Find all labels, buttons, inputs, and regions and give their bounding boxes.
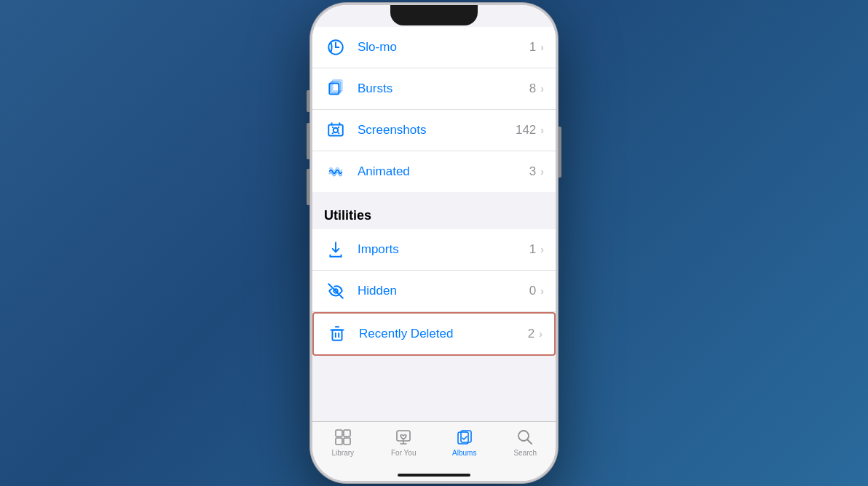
screen-content: Slo-mo 1 ›	[312, 5, 556, 481]
screenshots-count: 142	[516, 123, 536, 138]
screenshots-item[interactable]: Screenshots 142 ›	[312, 110, 556, 151]
imports-label: Imports	[358, 242, 529, 257]
library-tab-label: Library	[331, 449, 354, 457]
slo-mo-label: Slo-mo	[358, 40, 529, 55]
albums-tab-label: Albums	[452, 449, 476, 457]
library-tab-icon	[334, 428, 352, 447]
animated-label: Animated	[358, 164, 529, 179]
volume-down-button	[307, 169, 309, 205]
trash-icon	[326, 322, 349, 346]
svg-rect-4	[328, 124, 343, 135]
svg-rect-9	[344, 430, 350, 437]
imports-chevron: ›	[540, 244, 544, 255]
hidden-count: 0	[529, 284, 536, 298]
animated-chevron: ›	[540, 166, 544, 178]
power-button	[559, 127, 561, 178]
animated-count: 3	[529, 164, 536, 179]
search-tab-label: Search	[513, 449, 537, 457]
svg-rect-7	[333, 330, 342, 340]
bursts-label: Bursts	[358, 81, 529, 96]
mute-button	[307, 90, 309, 112]
svg-rect-11	[344, 438, 350, 445]
tab-albums[interactable]: Albums	[434, 428, 495, 457]
tab-bar: Library For You	[312, 421, 556, 481]
bursts-count: 8	[529, 81, 536, 96]
animated-icon	[324, 160, 347, 183]
utilities-group: Imports 1 ›	[312, 229, 556, 356]
notch	[390, 5, 478, 25]
screenshots-icon	[324, 119, 347, 142]
slo-mo-icon	[324, 36, 347, 59]
phone-device: Slo-mo 1 ›	[310, 3, 558, 483]
imports-item[interactable]: Imports 1 ›	[312, 229, 556, 271]
svg-point-5	[334, 128, 339, 133]
hidden-icon	[324, 279, 347, 303]
recently-deleted-chevron: ›	[539, 328, 542, 340]
media-types-group: Slo-mo 1 ›	[312, 27, 556, 192]
tab-search[interactable]: Search	[495, 428, 556, 457]
for-you-tab-icon	[394, 428, 413, 447]
svg-rect-10	[336, 438, 342, 445]
bursts-icon	[324, 77, 347, 100]
search-tab-icon	[516, 428, 534, 447]
volume-up-button	[307, 123, 309, 159]
recently-deleted-label: Recently Deleted	[359, 327, 528, 341]
phone-frame: Slo-mo 1 ›	[310, 3, 558, 483]
imports-icon	[324, 238, 347, 261]
bursts-chevron: ›	[540, 83, 544, 95]
recently-deleted-count: 2	[528, 327, 534, 341]
recently-deleted-item[interactable]: Recently Deleted 2 ›	[312, 312, 556, 356]
for-you-tab-label: For You	[391, 449, 416, 457]
bursts-item[interactable]: Bursts 8 ›	[312, 68, 556, 110]
phone-screen: Slo-mo 1 ›	[312, 5, 556, 481]
tab-library[interactable]: Library	[312, 428, 374, 457]
slo-mo-count: 1	[529, 40, 536, 55]
imports-count: 1	[529, 242, 536, 257]
svg-rect-8	[336, 430, 342, 437]
slo-mo-chevron: ›	[540, 41, 544, 53]
screenshots-label: Screenshots	[358, 123, 516, 138]
slo-mo-item[interactable]: Slo-mo 1 ›	[312, 27, 556, 68]
tab-for-you[interactable]: For You	[374, 428, 435, 457]
albums-tab-icon	[455, 428, 474, 447]
animated-item[interactable]: Animated 3 ›	[312, 151, 556, 192]
scroll-area: Slo-mo 1 ›	[312, 5, 556, 421]
hidden-item[interactable]: Hidden 0 ›	[312, 271, 556, 312]
utilities-section-header: Utilities	[312, 192, 556, 229]
home-indicator	[398, 474, 470, 477]
hidden-label: Hidden	[358, 284, 529, 298]
hidden-chevron: ›	[540, 285, 544, 297]
screenshots-chevron: ›	[540, 124, 544, 136]
